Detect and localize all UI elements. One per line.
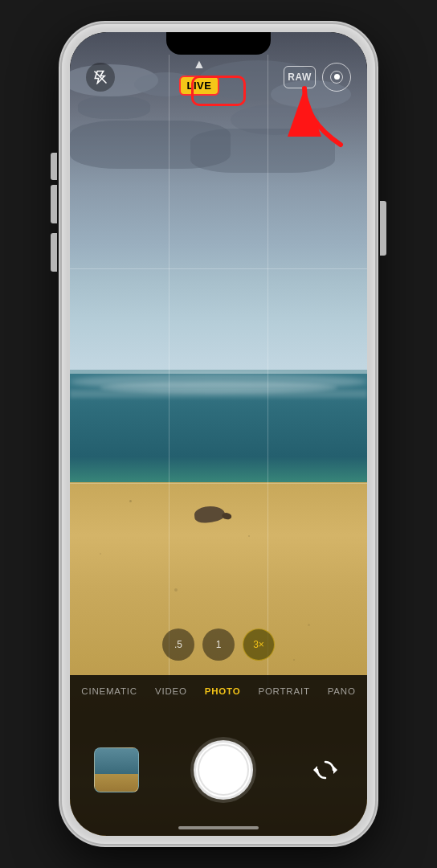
shutter-button[interactable]	[194, 740, 253, 800]
top-right-controls: RAW	[284, 63, 351, 92]
top-center-controls: ▲ LIVE	[179, 58, 220, 96]
svg-marker-3	[313, 766, 317, 774]
svg-marker-2	[333, 766, 337, 774]
bottom-controls: CINEMATIC VIDEO PHOTO PORTRAIT PANO	[70, 675, 367, 836]
zoom-05-button[interactable]: .5	[162, 628, 194, 661]
camera-mode-selector: CINEMATIC VIDEO PHOTO PORTRAIT PANO	[70, 675, 367, 704]
notch	[166, 32, 271, 55]
flash-icon	[93, 70, 108, 84]
home-indicator	[178, 826, 259, 829]
mode-cinematic[interactable]: CINEMATIC	[81, 686, 137, 696]
top-controls-bar: ▲ LIVE RAW	[70, 58, 367, 96]
live-photo-button[interactable]	[322, 63, 351, 92]
flash-button[interactable]	[86, 63, 115, 92]
shutter-inner	[198, 744, 249, 796]
mode-pano[interactable]: PANO	[328, 686, 356, 696]
zoom-1x-button[interactable]: 1	[202, 628, 235, 661]
mode-video[interactable]: VIDEO	[155, 686, 187, 696]
mode-photo[interactable]: PHOTO	[205, 686, 241, 696]
mode-portrait[interactable]: PORTRAIT	[258, 686, 309, 696]
svg-line-0	[95, 71, 107, 83]
silent-switch[interactable]	[51, 153, 57, 180]
live-badge[interactable]: LIVE	[179, 76, 220, 96]
phone-frame: ▲ LIVE RAW	[62, 24, 375, 844]
zoom-controls: .5 1 3×	[162, 628, 275, 661]
expand-chevron[interactable]: ▲	[193, 58, 206, 71]
raw-button[interactable]: RAW	[284, 66, 316, 88]
flip-camera-icon	[313, 758, 337, 782]
live-dot-inner	[334, 74, 340, 80]
shutter-row	[70, 704, 367, 836]
power-button[interactable]	[380, 201, 386, 256]
flip-camera-button[interactable]	[308, 752, 343, 788]
volume-down-button[interactable]	[51, 233, 57, 272]
volume-up-button[interactable]	[51, 185, 57, 223]
live-dot-outer	[330, 71, 343, 84]
zoom-3x-button[interactable]: 3×	[243, 628, 275, 661]
camera-viewfinder: ▲ LIVE RAW	[70, 32, 367, 836]
phone-screen: ▲ LIVE RAW	[70, 32, 367, 836]
photo-thumbnail[interactable]	[94, 747, 139, 792]
